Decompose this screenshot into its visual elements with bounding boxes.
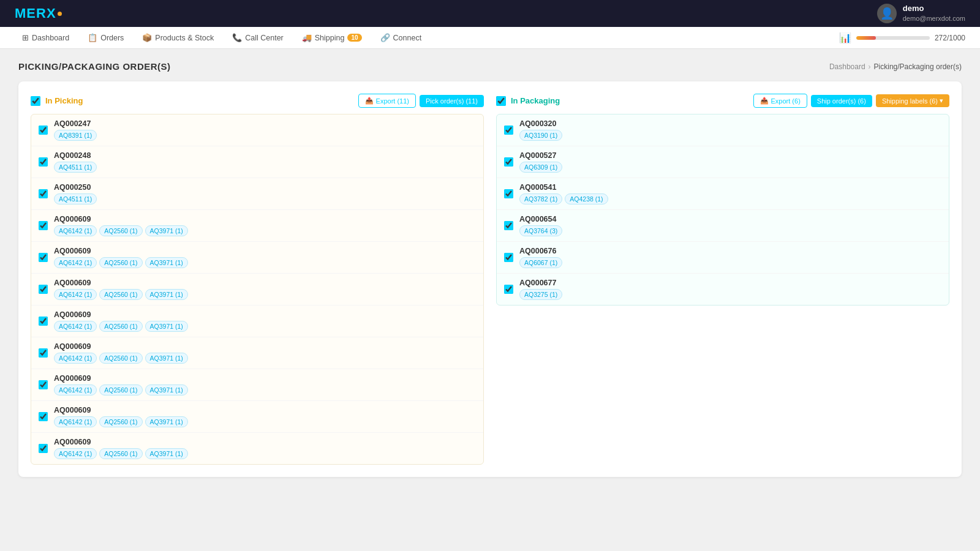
order-tag[interactable]: AQ6142 (1) [54, 353, 97, 364]
order-tag[interactable]: AQ6142 (1) [54, 321, 97, 332]
order-tags: AQ6142 (1)AQ2560 (1)AQ3971 (1) [54, 225, 476, 236]
order-tag[interactable]: AQ4511 (1) [54, 193, 97, 204]
avatar: 👤 [877, 4, 897, 23]
picking-order-row: AQ000609 AQ6142 (1)AQ2560 (1)AQ3971 (1) [31, 337, 483, 369]
order-tag[interactable]: AQ6142 (1) [54, 416, 97, 427]
order-info: AQ000609 AQ6142 (1)AQ2560 (1)AQ3971 (1) [54, 310, 476, 332]
order-tags: AQ6142 (1)AQ2560 (1)AQ3971 (1) [54, 289, 476, 300]
order-info: AQ000320 AQ3190 (1) [519, 119, 941, 141]
nav-callcenter[interactable]: 📞 Call Center [225, 29, 291, 46]
nav-products[interactable]: 📦 Products & Stock [135, 29, 221, 46]
breadcrumb-root[interactable]: Dashboard [829, 62, 865, 71]
order-checkbox[interactable] [39, 157, 48, 167]
order-checkbox[interactable] [39, 253, 48, 262]
order-checkbox[interactable] [39, 380, 48, 389]
order-info: AQ000541 AQ3782 (1)AQ4238 (1) [519, 183, 941, 204]
packaging-order-row: AQ000654 AQ3764 (3) [497, 210, 949, 242]
packaging-select-all-checkbox[interactable] [496, 96, 506, 106]
order-tag[interactable]: AQ4511 (1) [54, 162, 97, 173]
order-info: AQ000527 AQ6309 (1) [519, 151, 941, 173]
order-tag[interactable]: AQ2560 (1) [99, 289, 142, 300]
order-number: AQ000250 [54, 183, 476, 192]
order-tag[interactable]: AQ2560 (1) [99, 257, 142, 268]
order-info: AQ000248 AQ4511 (1) [54, 151, 476, 173]
order-tag[interactable]: AQ2560 (1) [99, 321, 142, 332]
packaging-export-button[interactable]: 📤 Export (6) [753, 94, 807, 108]
order-info: AQ000250 AQ4511 (1) [54, 183, 476, 204]
order-info: AQ000609 AQ6142 (1)AQ2560 (1)AQ3971 (1) [54, 342, 476, 364]
order-tag[interactable]: AQ6142 (1) [54, 384, 97, 395]
progress-fill [856, 36, 876, 40]
order-tag[interactable]: AQ6309 (1) [519, 162, 562, 173]
order-tag[interactable]: AQ6142 (1) [54, 289, 97, 300]
order-tag[interactable]: AQ3782 (1) [519, 193, 562, 204]
order-number: AQ000677 [519, 279, 941, 287]
order-tag[interactable]: AQ3971 (1) [145, 416, 188, 427]
order-tag[interactable]: AQ2560 (1) [99, 384, 142, 395]
order-checkbox[interactable] [504, 126, 513, 135]
order-number: AQ000527 [519, 151, 941, 160]
dashboard-icon: ⊞ [22, 33, 29, 42]
order-tag[interactable]: AQ6067 (1) [519, 257, 562, 268]
order-tag[interactable]: AQ3971 (1) [145, 289, 188, 300]
subnav: ⊞ Dashboard 📋 Orders 📦 Products & Stock … [0, 27, 980, 49]
order-tag[interactable]: AQ6142 (1) [54, 225, 97, 236]
order-tag[interactable]: AQ2560 (1) [99, 353, 142, 364]
order-tag[interactable]: AQ3190 (1) [519, 130, 562, 141]
order-info: AQ000609 AQ6142 (1)AQ2560 (1)AQ3971 (1) [54, 247, 476, 268]
ship-orders-button[interactable]: Ship order(s) (6) [811, 95, 872, 107]
picking-order-row: AQ000609 AQ6142 (1)AQ2560 (1)AQ3971 (1) [31, 433, 483, 464]
order-number: AQ000609 [54, 438, 476, 446]
packaging-section-body: AQ000320 AQ3190 (1) AQ000527 AQ6309 (1) … [496, 114, 949, 305]
order-checkbox[interactable] [39, 412, 48, 421]
order-checkbox[interactable] [504, 221, 513, 230]
order-checkbox[interactable] [504, 189, 513, 198]
order-tags: AQ6142 (1)AQ2560 (1)AQ3971 (1) [54, 448, 476, 459]
order-tag[interactable]: AQ4238 (1) [565, 193, 608, 204]
order-tag[interactable]: AQ2560 (1) [99, 225, 142, 236]
order-tag[interactable]: AQ6142 (1) [54, 257, 97, 268]
picking-export-button[interactable]: 📤 Export (11) [358, 94, 416, 108]
nav-orders[interactable]: 📋 Orders [80, 29, 131, 46]
picking-select-all-checkbox[interactable] [31, 96, 40, 106]
nav-orders-label: Orders [100, 34, 124, 42]
nav-shipping[interactable]: 🚚 Shipping 10 [295, 29, 369, 46]
order-checkbox[interactable] [39, 317, 48, 326]
shipping-icon: 🚚 [302, 33, 312, 42]
order-tag[interactable]: AQ2560 (1) [99, 416, 142, 427]
picking-order-row: AQ000609 AQ6142 (1)AQ2560 (1)AQ3971 (1) [31, 401, 483, 433]
order-checkbox[interactable] [39, 444, 48, 453]
order-checkbox[interactable] [504, 157, 513, 167]
order-tag[interactable]: AQ6142 (1) [54, 448, 97, 459]
order-tag[interactable]: AQ3971 (1) [145, 384, 188, 395]
export-icon-pkg: 📤 [760, 97, 769, 105]
order-checkbox[interactable] [504, 253, 513, 262]
order-checkbox[interactable] [39, 189, 48, 198]
order-checkbox[interactable] [39, 126, 48, 135]
page-content: PICKING/PACKAGING ORDER(S) Dashboard › P… [0, 49, 980, 489]
pick-orders-button[interactable]: Pick order(s) (11) [420, 95, 484, 107]
order-tag[interactable]: AQ2560 (1) [99, 448, 142, 459]
order-checkbox[interactable] [39, 221, 48, 230]
order-tags: AQ6309 (1) [519, 162, 941, 173]
order-checkbox[interactable] [39, 285, 48, 294]
order-tag[interactable]: AQ3971 (1) [145, 225, 188, 236]
nav-dashboard[interactable]: ⊞ Dashboard [15, 29, 77, 46]
order-info: AQ000677 AQ3275 (1) [519, 279, 941, 300]
order-checkbox[interactable] [504, 285, 513, 294]
order-tag[interactable]: AQ8391 (1) [54, 130, 97, 141]
order-tag[interactable]: AQ3971 (1) [145, 257, 188, 268]
shipping-labels-button[interactable]: Shipping labels (6) ▾ [876, 94, 949, 107]
order-tag[interactable]: AQ3764 (3) [519, 225, 562, 236]
order-tag[interactable]: AQ3275 (1) [519, 289, 562, 300]
picking-order-row: AQ000609 AQ6142 (1)AQ2560 (1)AQ3971 (1) [31, 210, 483, 242]
order-tag[interactable]: AQ3971 (1) [145, 353, 188, 364]
order-tags: AQ6142 (1)AQ2560 (1)AQ3971 (1) [54, 416, 476, 427]
page-header: PICKING/PACKAGING ORDER(S) Dashboard › P… [18, 61, 962, 72]
nav-connect[interactable]: 🔗 Connect [373, 29, 429, 46]
order-tag[interactable]: AQ3971 (1) [145, 321, 188, 332]
order-checkbox[interactable] [39, 348, 48, 358]
picking-grid: In Picking 📤 Export (11) Pick order(s) (… [31, 94, 949, 465]
packaging-title: In Packaging [511, 96, 560, 105]
order-tag[interactable]: AQ3971 (1) [145, 448, 188, 459]
